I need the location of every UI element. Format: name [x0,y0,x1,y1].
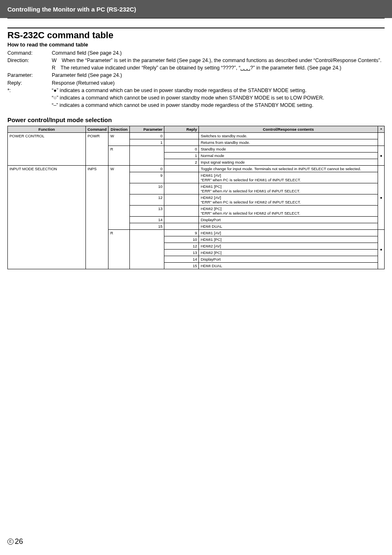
cell-direction: W [108,166,130,230]
howto-row: R The returned value indicated under “Re… [7,64,385,72]
table-row: INPUT MODE SELECTIONINPSW0Toggle change … [8,166,385,172]
howto-row: “–” indicates a command which cannot be … [7,102,385,109]
cell-contents: HDMI2 [AV]“ERR” when PC is selected for … [199,194,378,206]
cell-contents: HDMI1 [AV] [199,230,378,236]
cell-contents: Returns from standby mode. [199,139,378,146]
cell-reply: 1 [164,153,199,159]
section-rule [7,28,385,28]
cell-parameter: 14 [130,217,164,223]
cell-contents: HDMI1 [PC]“ERR” when AV is selected for … [199,183,378,194]
cell-star [378,133,385,146]
cell-contents: Switches to standby mode. [199,133,378,139]
table-row: POWER CONTROLPOWRW0Switches to standby m… [8,133,385,139]
howto-key: Parameter: [7,72,52,79]
cell-parameter: 1 [130,139,164,146]
cell-reply [164,194,199,206]
cell-reply: 15 [164,263,199,269]
howto-value: Command field (See page 24.) [52,49,385,57]
cell-contents: Toggle change for input mode. Terminals … [199,166,378,172]
content: RS-232C command table How to read the co… [0,18,392,269]
cell-reply [164,217,199,223]
cell-function: INPUT MODE SELECTION [8,166,86,269]
howto-value: Response (Returned value) [52,79,385,87]
howto-list: Command:Command field (See page 24.)Dire… [7,49,385,109]
cell-star: ● [378,146,385,166]
cell-reply [164,172,199,183]
cell-contents: Input signal waiting mode [199,159,378,166]
howto-key: Command: [7,49,52,57]
howto-key [7,102,52,109]
howto-row: Direction:W When the “Parameter” is set … [7,57,385,64]
cell-parameter [130,230,164,269]
lang-badge: E [7,539,14,545]
cell-command: INPS [86,166,108,269]
cell-reply [164,166,199,172]
cell-parameter: 10 [130,183,164,194]
th-reply: Reply [164,126,199,133]
howto-row: “○” indicates a command which cannot be … [7,94,385,102]
cell-star: ● [378,230,385,269]
cell-contents: Normal mode [199,153,378,159]
howto-key: *: [7,87,52,94]
cell-direction: R [108,230,130,269]
th-parameter: Parameter [130,126,164,133]
howto-row: Parameter:Parameter field (See page 24.) [7,72,385,79]
cell-reply [164,223,199,230]
cell-direction: W [108,133,130,146]
howto-row: *:“●” indicates a command which can be u… [7,87,385,94]
cell-parameter [130,146,164,166]
howto-value: R The returned value indicated under “Re… [52,64,385,72]
page-footer: E 26 [7,537,23,546]
pmc-heading: Power control/Input mode selection [7,116,385,123]
howto-key: Reply: [7,79,52,87]
cell-reply: 9 [164,230,199,236]
howto-heading: How to read the command table [7,42,385,48]
th-contents: Control/Response contents [199,126,378,133]
cell-reply: 12 [164,243,199,250]
howto-value: “●” indicates a command which can be use… [52,87,385,94]
cell-reply: 0 [164,146,199,153]
th-command: Command [86,126,108,133]
cell-star: ● [378,166,385,230]
cell-reply [164,206,199,217]
howto-value: “○” indicates a command which cannot be … [52,94,385,102]
command-table-body: POWER CONTROLPOWRW0Switches to standby m… [8,133,385,269]
cell-reply: 2 [164,159,199,166]
cell-contents: DisplayPort [199,256,378,263]
howto-value: “–” indicates a command which cannot be … [52,102,385,109]
howto-key [7,64,52,72]
howto-key: Direction: [7,57,52,64]
cell-parameter: 0 [130,133,164,139]
howto-value: W When the “Parameter” is set in the par… [52,57,385,64]
th-direction: Direction [108,126,130,133]
cell-contents: HDMI2 [PC] [199,250,378,256]
cell-reply: 14 [164,256,199,263]
cell-reply [164,183,199,194]
cell-function: POWER CONTROL [8,133,86,166]
howto-key [7,94,52,102]
header-bar: Controlling the Monitor with a PC (RS-23… [0,0,392,18]
cell-contents: HDMI2 [PC]“ERR” when AV is selected for … [199,206,378,217]
howto-value: Parameter field (See page 24.) [52,72,385,79]
cell-reply: 10 [164,236,199,243]
howto-row: Reply:Response (Returned value) [7,79,385,87]
cell-contents: HDMI2 [AV] [199,243,378,250]
cell-contents: HDMI DUAL [199,263,378,269]
cell-reply [164,133,199,139]
command-table-head: Function Command Direction Parameter Rep… [8,126,385,133]
cell-contents: HDMI DUAL [199,223,378,230]
page: Controlling the Monitor with a PC (RS-23… [0,0,392,555]
cell-parameter: 13 [130,206,164,217]
cell-parameter: 12 [130,194,164,206]
cell-parameter: 9 [130,172,164,183]
cell-contents: Standby mode [199,146,378,153]
cell-direction: R [108,146,130,166]
cell-reply [164,139,199,146]
header-title: Controlling the Monitor with a PC (RS-23… [7,6,136,13]
th-star: * [378,126,385,133]
cell-contents: HDMI1 [AV]“ERR” when PC is selected for … [199,172,378,183]
howto-row: Command:Command field (See page 24.) [7,49,385,57]
section-title: RS-232C command table [7,30,385,41]
cell-parameter: 15 [130,223,164,230]
cell-parameter: 0 [130,166,164,172]
